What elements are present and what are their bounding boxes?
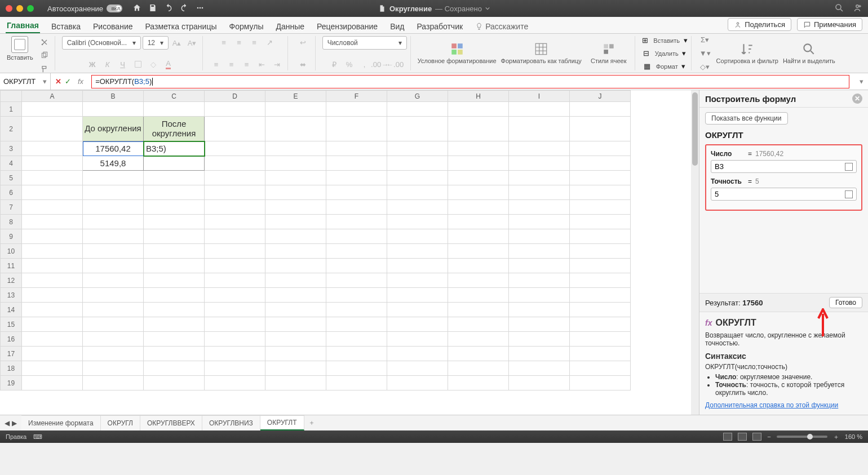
comma-button[interactable]: , — [358, 58, 371, 70]
increase-decimal-button[interactable]: .00→ — [373, 58, 387, 70]
tab-view[interactable]: Вид — [389, 20, 405, 33]
ref-picker-icon[interactable] — [845, 190, 853, 198]
zoom-out-button[interactable]: − — [767, 433, 770, 440]
minimize-icon[interactable] — [16, 5, 23, 12]
name-box[interactable]: ОКРУГЛТ ▾ — [0, 73, 51, 90]
col-D[interactable]: D — [205, 91, 265, 102]
close-panel-button[interactable]: ✕ — [852, 94, 862, 104]
increase-font-button[interactable]: A▴ — [170, 37, 184, 49]
col-F[interactable]: F — [326, 91, 387, 102]
col-H[interactable]: H — [448, 91, 509, 102]
row-18[interactable]: 18 — [1, 361, 22, 376]
cell-B3[interactable]: 17560,42 — [83, 141, 144, 156]
page-break-view-button[interactable] — [752, 433, 761, 441]
row-8[interactable]: 8 — [1, 215, 22, 229]
share-title-icon[interactable] — [852, 3, 862, 15]
share-button[interactable]: Поделиться — [728, 18, 791, 31]
close-icon[interactable] — [6, 5, 12, 12]
home-icon[interactable] — [132, 3, 141, 14]
cell-C2[interactable]: После округления — [144, 117, 205, 141]
row-16[interactable]: 16 — [1, 332, 22, 347]
more-icon[interactable] — [196, 3, 205, 14]
sheet-tab-4[interactable]: ОКРУГЛВНИЗ — [202, 415, 260, 430]
currency-button[interactable]: ₽ — [327, 58, 341, 70]
page-layout-view-button[interactable] — [738, 433, 747, 441]
number-format-select[interactable]: Числовой▾ — [322, 36, 407, 50]
find-select-button[interactable]: Найти и выделить — [783, 42, 835, 64]
cell-C3[interactable]: B3;5) — [144, 141, 205, 156]
font-name-select[interactable]: Calibri (Основной...▾ — [62, 36, 141, 50]
col-A[interactable]: A — [22, 91, 83, 102]
arg1-input[interactable] — [715, 162, 845, 171]
bold-button[interactable]: Ж — [86, 58, 99, 70]
row-17[interactable]: 17 — [1, 347, 22, 361]
row-13[interactable]: 13 — [1, 288, 22, 303]
maximize-icon[interactable] — [27, 5, 34, 12]
font-size-select[interactable]: 12▾ — [143, 36, 169, 50]
row-15[interactable]: 15 — [1, 317, 22, 332]
zoom-in-button[interactable]: ＋ — [833, 433, 839, 441]
search-icon[interactable] — [834, 3, 844, 15]
cell-C4[interactable] — [144, 156, 205, 171]
col-J[interactable]: J — [570, 91, 631, 102]
row-9[interactable]: 9 — [1, 229, 22, 244]
tab-draw[interactable]: Рисование — [92, 20, 134, 33]
sheet-tab-3[interactable]: ОКРУГЛВВЕРХ — [140, 415, 202, 430]
align-left-button[interactable]: ≡ — [210, 58, 223, 70]
col-C[interactable]: C — [144, 91, 205, 102]
cell-styles-button[interactable]: Стили ячеек — [586, 42, 631, 64]
align-middle-button[interactable]: ≡ — [232, 36, 246, 48]
tab-developer[interactable]: Разработчик — [415, 20, 464, 33]
row-3[interactable]: 3 — [1, 141, 22, 156]
select-all-corner[interactable] — [1, 91, 22, 102]
align-bottom-button[interactable]: ≡ — [247, 36, 261, 48]
decrease-decimal-button[interactable]: ←.00 — [388, 58, 402, 70]
align-top-button[interactable]: ≡ — [217, 36, 231, 48]
zoom-value[interactable]: 160 % — [845, 433, 862, 440]
font-color-button[interactable]: A — [162, 58, 175, 70]
orientation-button[interactable]: ↗ — [263, 36, 276, 48]
italic-button[interactable]: К — [101, 58, 114, 70]
row-4[interactable]: 4 — [1, 156, 22, 171]
autosum-button[interactable]: Σ▾ — [698, 34, 712, 46]
paste-button[interactable]: Вставить — [7, 36, 33, 61]
col-E[interactable]: E — [265, 91, 326, 102]
cut-button[interactable] — [38, 36, 51, 48]
document-title[interactable]: Округление — Сохранено — [378, 5, 490, 13]
row-1[interactable]: 1 — [1, 102, 22, 117]
borders-button[interactable] — [131, 58, 145, 70]
tab-home[interactable]: Главная — [6, 19, 40, 33]
show-all-functions-button[interactable]: Показать все функции — [705, 112, 788, 125]
cell-B2[interactable]: До округления — [83, 117, 144, 141]
row-14[interactable]: 14 — [1, 303, 22, 317]
align-center-button[interactable]: ≡ — [225, 58, 238, 70]
percent-button[interactable]: % — [343, 58, 356, 70]
row-19[interactable]: 19 — [1, 376, 22, 390]
redo-icon[interactable] — [180, 3, 189, 14]
tell-me[interactable]: Расскажите — [474, 20, 529, 33]
tab-insert[interactable]: Вставка — [50, 20, 82, 33]
undo-icon[interactable] — [164, 3, 173, 14]
zoom-slider[interactable] — [777, 436, 827, 438]
normal-view-button[interactable] — [723, 433, 732, 441]
row-2[interactable]: 2 — [1, 117, 22, 141]
col-I[interactable]: I — [509, 91, 570, 102]
fill-color-button[interactable] — [147, 58, 160, 70]
clear-button[interactable]: ◇▾ — [698, 61, 712, 73]
tab-formulas[interactable]: Формулы — [228, 20, 265, 33]
sort-filter-button[interactable]: Сортировка и фильтр — [716, 42, 778, 64]
sheet-tab-1[interactable]: Изменение формата — [21, 415, 101, 430]
ref-picker-icon[interactable] — [845, 163, 853, 171]
fill-button[interactable]: ▼▾ — [698, 47, 712, 60]
copy-button[interactable] — [38, 50, 51, 62]
underline-button[interactable]: Ч — [116, 58, 130, 70]
increase-indent-button[interactable]: ⇥ — [271, 58, 284, 70]
tab-layout[interactable]: Разметка страницы — [144, 20, 218, 33]
row-6[interactable]: 6 — [1, 185, 22, 200]
cell-B4[interactable]: 5149,8 — [83, 156, 144, 171]
row-12[interactable]: 12 — [1, 273, 22, 288]
expand-formula-bar[interactable]: ▾ — [855, 77, 868, 86]
conditional-formatting-button[interactable]: Условное форматирование — [418, 42, 497, 64]
cancel-formula-button[interactable]: ✕ — [55, 77, 61, 86]
insert-cells-button[interactable]: ⊞ Вставить ▾ — [642, 36, 688, 45]
